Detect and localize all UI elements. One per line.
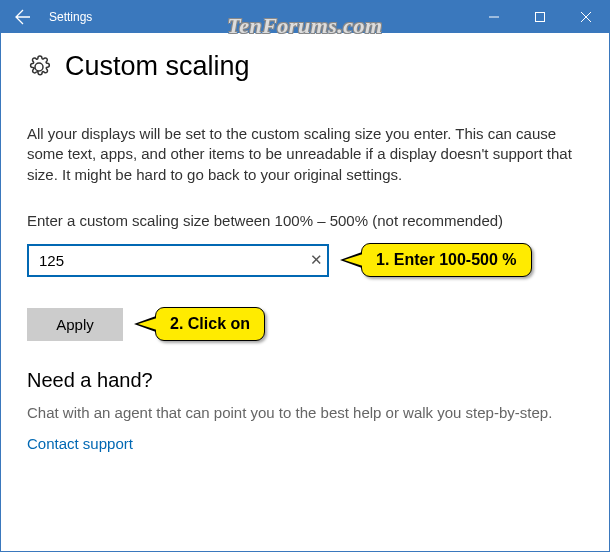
svg-rect-1 — [536, 13, 545, 22]
back-arrow-icon — [15, 9, 31, 25]
apply-button[interactable]: Apply — [27, 308, 123, 341]
maximize-icon — [535, 12, 545, 22]
input-row: ✕ 1. Enter 100-500 % — [27, 243, 583, 277]
page-title: Custom scaling — [65, 51, 250, 82]
maximize-button[interactable] — [517, 1, 563, 33]
back-button[interactable] — [1, 1, 45, 33]
close-button[interactable] — [563, 1, 609, 33]
content-area: Custom scaling All your displays will be… — [1, 33, 609, 453]
description-text: All your displays will be set to the cus… — [27, 124, 583, 185]
contact-support-link[interactable]: Contact support — [27, 435, 133, 452]
apply-row: Apply 2. Click on — [27, 307, 583, 341]
close-icon — [581, 12, 591, 22]
window-title: Settings — [49, 10, 92, 24]
clear-input-button[interactable]: ✕ — [310, 251, 323, 269]
titlebar: Settings — [1, 1, 609, 33]
scaling-input-wrap: ✕ — [27, 244, 329, 277]
scaling-input[interactable] — [27, 244, 329, 277]
scaling-field-label: Enter a custom scaling size between 100%… — [27, 211, 583, 231]
page-header: Custom scaling — [27, 51, 583, 82]
callout-step-1: 1. Enter 100-500 % — [361, 243, 532, 277]
gear-icon — [27, 55, 51, 79]
minimize-icon — [489, 12, 499, 22]
callout-step-2: 2. Click on — [155, 307, 265, 341]
settings-window: Settings TenForums.com Custom scaling Al… — [0, 0, 610, 552]
window-controls — [471, 1, 609, 33]
help-text: Chat with an agent that can point you to… — [27, 404, 583, 421]
help-heading: Need a hand? — [27, 369, 583, 392]
minimize-button[interactable] — [471, 1, 517, 33]
